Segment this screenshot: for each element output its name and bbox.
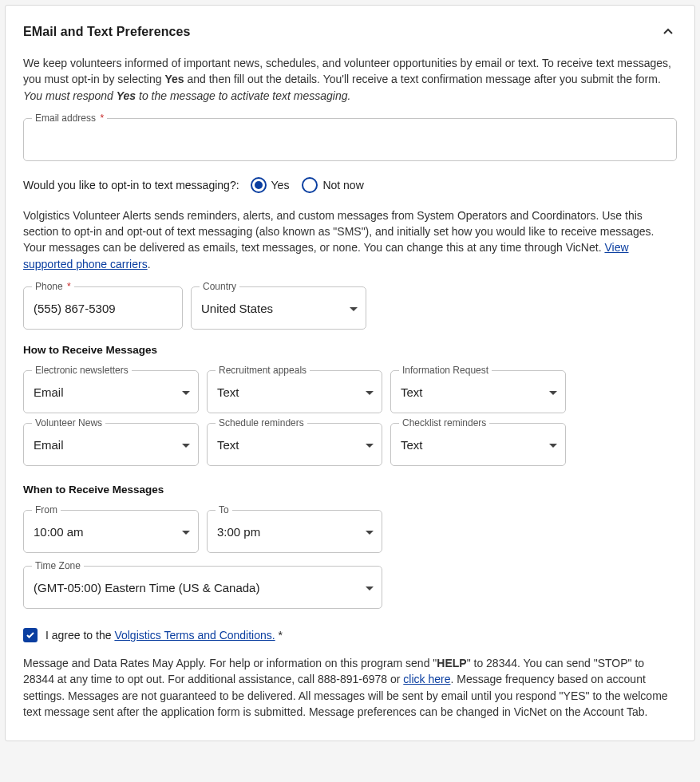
to-time-select[interactable]: To 3:00 pm bbox=[207, 510, 382, 553]
schedule-select[interactable]: Schedule reminders Text bbox=[207, 423, 382, 466]
intro-text: We keep volunteers informed of important… bbox=[23, 55, 677, 104]
email-input[interactable] bbox=[34, 132, 666, 146]
intro-em1: You must respond bbox=[23, 89, 117, 102]
optin-question: Would you like to opt-in to text messagi… bbox=[23, 179, 239, 192]
section-header[interactable]: EMail and Text Preferences bbox=[23, 23, 677, 41]
inforeq-value: Text bbox=[401, 385, 556, 399]
how-receive-title: How to Receive Messages bbox=[23, 344, 677, 356]
timezone-row: Time Zone (GMT-05:00) Eastern Time (US &… bbox=[23, 566, 677, 609]
phone-value: (555) 867-5309 bbox=[34, 302, 172, 315]
volnews-label: Volunteer News bbox=[32, 417, 105, 429]
from-label: From bbox=[32, 504, 61, 515]
optin-yes-radio[interactable]: Yes bbox=[251, 177, 290, 193]
timezone-value: (GMT-05:00) Eastern Time (US & Canada) bbox=[34, 581, 372, 594]
terms-link[interactable]: Volgistics Terms and Conditions. bbox=[114, 629, 275, 642]
radio-checked-icon bbox=[251, 177, 267, 193]
terms-row: I agree to the Volgistics Terms and Cond… bbox=[23, 628, 677, 642]
timezone-select[interactable]: Time Zone (GMT-05:00) Eastern Time (US &… bbox=[23, 566, 382, 609]
radio-unchecked-icon bbox=[302, 177, 318, 193]
desc-part1: Volgistics Volunteer Alerts sends remind… bbox=[23, 209, 654, 255]
country-select[interactable]: Country United States bbox=[191, 286, 366, 330]
footer-part1: Message and Data Rates May Apply. For he… bbox=[23, 657, 437, 669]
intro-part2: and then fill out the details. You'll re… bbox=[184, 73, 661, 85]
recruitment-select[interactable]: Recruitment appeals Text bbox=[207, 370, 382, 413]
recruitment-value: Text bbox=[217, 385, 372, 399]
phone-field[interactable]: Phone * (555) 867-5309 bbox=[23, 286, 183, 330]
intro-em2: to the message to activate text messagin… bbox=[136, 89, 350, 102]
checklist-select[interactable]: Checklist reminders Text bbox=[390, 423, 566, 466]
timezone-label: Time Zone bbox=[32, 560, 84, 571]
email-text-preferences-panel: EMail and Text Preferences We keep volun… bbox=[5, 5, 695, 741]
country-label: Country bbox=[200, 281, 239, 292]
inforeq-select[interactable]: Information Request Text bbox=[390, 370, 566, 413]
footer-text: Message and Data Rates May Apply. For he… bbox=[23, 655, 677, 720]
intro-em-bold: Yes bbox=[117, 89, 136, 102]
newsletters-label: Electronic newsletters bbox=[32, 365, 132, 376]
terms-text: I agree to the Volgistics Terms and Cond… bbox=[45, 629, 283, 642]
checklist-value: Text bbox=[401, 438, 556, 452]
terms-checkbox[interactable] bbox=[23, 628, 38, 642]
from-time-select[interactable]: From 10:00 am bbox=[23, 510, 199, 553]
country-value: United States bbox=[201, 302, 356, 315]
optin-row: Would you like to opt-in to text messagi… bbox=[23, 177, 677, 193]
terms-required: * bbox=[275, 629, 283, 642]
email-label: Email address * bbox=[32, 113, 107, 124]
to-label: To bbox=[216, 504, 232, 515]
footer-bold1: HELP bbox=[437, 657, 466, 669]
optin-notnow-label: Not now bbox=[322, 179, 363, 192]
recruitment-label: Recruitment appeals bbox=[216, 365, 310, 376]
volnews-select[interactable]: Volunteer News Email bbox=[23, 423, 199, 466]
section-title: EMail and Text Preferences bbox=[23, 25, 191, 39]
schedule-label: Schedule reminders bbox=[216, 417, 307, 429]
optin-notnow-radio[interactable]: Not now bbox=[302, 177, 363, 193]
chevron-up-icon bbox=[659, 23, 677, 41]
phone-label: Phone * bbox=[32, 281, 74, 292]
newsletters-value: Email bbox=[34, 385, 188, 399]
message-channel-grid: Electronic newsletters Email Recruitment… bbox=[23, 370, 677, 466]
terms-prefix: I agree to the bbox=[45, 629, 114, 642]
from-value: 10:00 am bbox=[34, 525, 188, 539]
intro-bold1: Yes bbox=[164, 73, 184, 85]
schedule-value: Text bbox=[217, 438, 372, 452]
optin-yes-label: Yes bbox=[271, 179, 290, 192]
to-value: 3:00 pm bbox=[217, 525, 372, 539]
email-field[interactable]: Email address * bbox=[23, 118, 677, 161]
newsletters-select[interactable]: Electronic newsletters Email bbox=[23, 370, 199, 413]
volnews-value: Email bbox=[34, 438, 188, 452]
inforeq-label: Information Request bbox=[399, 365, 492, 376]
checklist-label: Checklist reminders bbox=[399, 417, 489, 429]
time-row: From 10:00 am To 3:00 pm bbox=[23, 510, 677, 553]
footer-link[interactable]: click here bbox=[403, 673, 450, 685]
desc-part2: . bbox=[148, 258, 151, 271]
when-receive-title: When to Receive Messages bbox=[23, 484, 677, 496]
description-text: Volgistics Volunteer Alerts sends remind… bbox=[23, 207, 677, 272]
